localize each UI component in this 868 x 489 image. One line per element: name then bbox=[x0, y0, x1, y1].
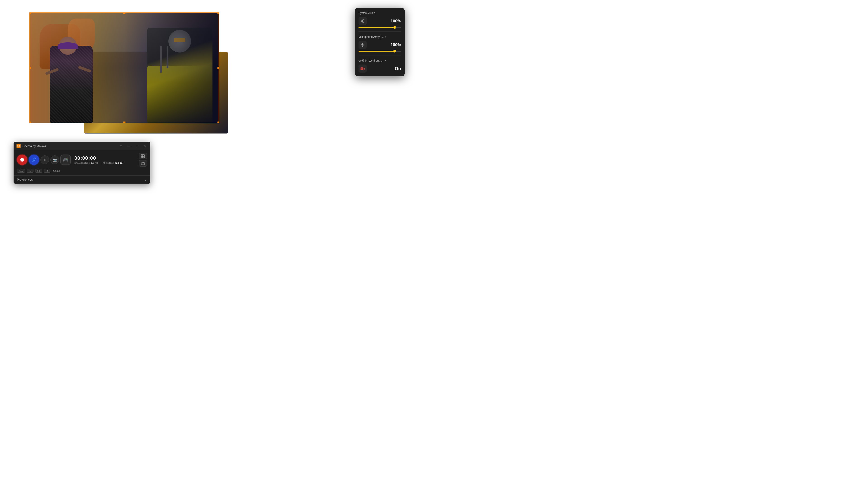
gecata-title: Gecata by Movavi bbox=[22, 144, 46, 148]
system-audio-percent: 100% bbox=[369, 19, 401, 24]
resize-handle-bc[interactable] bbox=[123, 121, 125, 123]
system-audio-slider[interactable] bbox=[359, 27, 401, 28]
mic-fill bbox=[359, 51, 395, 52]
system-audio-icon-btn[interactable] bbox=[359, 17, 367, 25]
webcam-dropdown-arrow[interactable]: ▼ bbox=[384, 59, 386, 62]
camera-icon bbox=[360, 66, 365, 70]
preferences-label: Preferences bbox=[17, 178, 33, 181]
recording-size-value: 0.0 KB bbox=[91, 162, 98, 164]
resize-handle-ml[interactable] bbox=[29, 67, 31, 69]
svg-point-1 bbox=[33, 159, 34, 160]
hotkey-f9: F9 bbox=[35, 169, 42, 173]
help-button[interactable]: ? bbox=[119, 144, 123, 148]
hotkey-f10: F10 bbox=[17, 169, 25, 173]
resize-handle-br[interactable] bbox=[217, 121, 219, 123]
system-audio-controls: 100% bbox=[359, 17, 401, 25]
webcam-button[interactable] bbox=[29, 154, 39, 165]
screenshot-icon: 📷 bbox=[53, 158, 57, 162]
hotkeys-row: F10 F7 F9 F8 Game bbox=[17, 169, 147, 173]
gecata-body: ⏸ 📷 🎮 00:00:00 Recording Size 0.0 KB bbox=[14, 150, 150, 175]
game-capture-area bbox=[29, 12, 219, 123]
record-button[interactable] bbox=[17, 154, 27, 165]
overlay-icon bbox=[141, 154, 145, 158]
disk-space-value: 13.5 GB bbox=[115, 162, 123, 164]
timer-display: 00:00:00 bbox=[74, 155, 133, 161]
webcam-label-row: ov9734_techfront_... ▼ bbox=[359, 59, 401, 62]
webcam-icon bbox=[31, 157, 36, 162]
mic-icon-btn[interactable] bbox=[359, 41, 367, 49]
hotkey-f7: F7 bbox=[27, 169, 33, 173]
maximize-button[interactable]: □ bbox=[135, 144, 139, 148]
pause-button[interactable]: ⏸ bbox=[40, 155, 49, 164]
svg-rect-5 bbox=[143, 156, 145, 158]
system-audio-thumb[interactable] bbox=[393, 26, 396, 29]
game-icon: 🎮 bbox=[63, 157, 68, 163]
disk-space-label: Left on Disk bbox=[102, 162, 114, 164]
microphone-icon bbox=[361, 42, 365, 47]
title-left: Gecata by Movavi bbox=[17, 144, 46, 148]
mic-slider[interactable] bbox=[359, 51, 401, 52]
mic-dropdown-arrow[interactable]: ▼ bbox=[384, 36, 387, 38]
webcam-status: On bbox=[369, 66, 401, 71]
screenshot-button[interactable]: 📷 bbox=[51, 155, 59, 164]
timer-section: 00:00:00 Recording Size 0.0 KB Left on D… bbox=[72, 155, 135, 164]
divider-1 bbox=[359, 31, 401, 32]
webcam-label-with-arrow: ov9734_techfront_... ▼ bbox=[359, 59, 386, 62]
mic-label-row: Microphone Array (... ▼ bbox=[359, 35, 401, 38]
svg-rect-3 bbox=[143, 154, 145, 156]
resize-handle-bl[interactable] bbox=[29, 121, 31, 123]
audio-panel: System Audio 100% Microphone Array (... … bbox=[355, 8, 405, 76]
mic-thumb[interactable] bbox=[393, 50, 396, 53]
gecata-titlebar: Gecata by Movavi ? — □ ✕ bbox=[14, 142, 150, 150]
controls-row: ⏸ 📷 🎮 00:00:00 Recording Size 0.0 KB bbox=[17, 153, 147, 167]
hotkey-f8: F8 bbox=[44, 169, 51, 173]
svg-point-10 bbox=[362, 68, 363, 69]
recording-size-label: Recording Size bbox=[74, 162, 90, 164]
mic-controls: 100% bbox=[359, 41, 401, 49]
pause-icon: ⏸ bbox=[43, 158, 46, 162]
folder-button[interactable] bbox=[139, 160, 147, 167]
webcam-device-label: ov9734_techfront_... bbox=[359, 59, 383, 62]
record-icon bbox=[20, 158, 24, 162]
minimize-button[interactable]: — bbox=[126, 144, 132, 148]
svg-rect-2 bbox=[141, 154, 143, 156]
mic-label: Microphone Array (... bbox=[359, 35, 383, 38]
microphone-section: Microphone Array (... ▼ 100% bbox=[359, 35, 401, 52]
game-button[interactable]: 🎮 bbox=[60, 154, 71, 165]
preferences-arrow: ⌄ bbox=[144, 177, 147, 182]
speaker-icon bbox=[360, 19, 365, 23]
window-controls: ? — □ ✕ bbox=[119, 144, 147, 148]
system-audio-fill bbox=[359, 27, 395, 28]
resize-handle-tc[interactable] bbox=[123, 12, 125, 14]
svg-rect-4 bbox=[141, 156, 143, 158]
gecata-toolbar: Gecata by Movavi ? — □ ✕ bbox=[13, 142, 150, 184]
system-audio-label: System Audio bbox=[359, 11, 401, 15]
webcam-icon-btn[interactable] bbox=[359, 64, 367, 73]
folder-icon bbox=[141, 162, 145, 165]
resize-handle-tl[interactable] bbox=[29, 12, 31, 14]
game-mode-label: Game bbox=[53, 170, 60, 172]
side-buttons bbox=[139, 153, 147, 167]
svg-rect-6 bbox=[362, 43, 363, 45]
overlay-button[interactable] bbox=[139, 153, 147, 159]
webcam-controls: On bbox=[359, 64, 401, 73]
webcam-section: ov9734_techfront_... ▼ On bbox=[359, 59, 401, 73]
recording-size-stat: Recording Size 0.0 KB bbox=[74, 162, 98, 164]
gecata-logo bbox=[17, 144, 21, 148]
system-audio-section: System Audio 100% bbox=[359, 11, 401, 28]
resize-handle-mr[interactable] bbox=[217, 67, 219, 69]
timer-stats: Recording Size 0.0 KB Left on Disk 13.5 … bbox=[74, 162, 133, 164]
disk-space-stat: Left on Disk 13.5 GB bbox=[102, 162, 123, 164]
close-button[interactable]: ✕ bbox=[142, 144, 147, 148]
mic-percent: 100% bbox=[369, 42, 401, 47]
resize-handle-tr[interactable] bbox=[217, 12, 219, 14]
preferences-row[interactable]: Preferences ⌄ bbox=[14, 175, 150, 183]
mic-label-with-arrow: Microphone Array (... ▼ bbox=[359, 35, 387, 38]
